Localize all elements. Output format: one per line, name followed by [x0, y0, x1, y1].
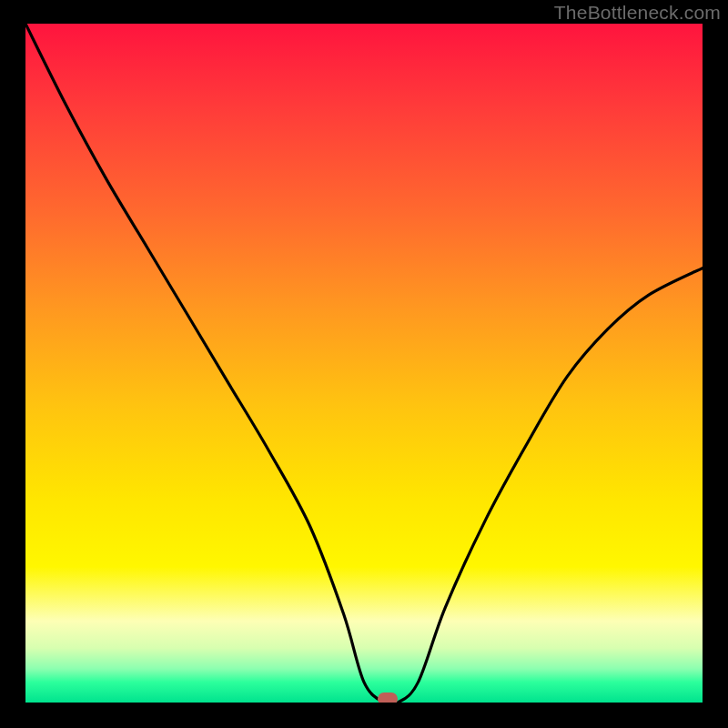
- plot-area: [25, 24, 703, 703]
- bottleneck-curve: [25, 24, 703, 703]
- optimal-marker: [378, 693, 398, 703]
- chart-frame: TheBottleneck.com: [0, 0, 728, 728]
- watermark-text: TheBottleneck.com: [554, 2, 721, 24]
